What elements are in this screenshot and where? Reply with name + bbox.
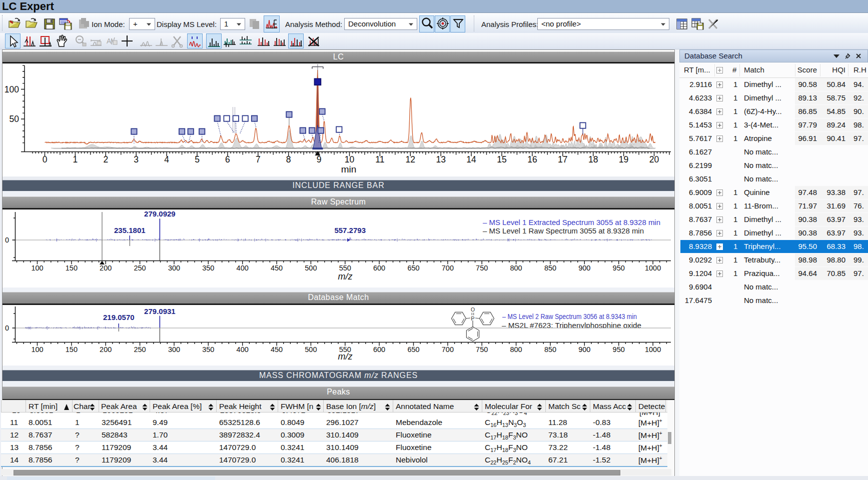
svg-text:900: 900	[578, 346, 590, 354]
svg-text:850: 850	[544, 346, 556, 354]
svg-text:450: 450	[271, 346, 283, 354]
svg-text:A: A	[107, 37, 112, 45]
svg-text:550: 550	[339, 264, 351, 272]
svg-text:800: 800	[510, 346, 522, 354]
svg-text:– MS Level 2 Raw Spectrum 3056: – MS Level 2 Raw Spectrum 3056 at 8.9343…	[502, 312, 637, 320]
svg-text:17: 17	[558, 154, 567, 164]
svg-text:100: 100	[31, 346, 43, 354]
svg-text:279.0931: 279.0931	[144, 307, 176, 316]
svg-text:0: 0	[5, 324, 9, 332]
svg-text:350: 350	[202, 346, 214, 354]
svg-text:5: 5	[195, 154, 200, 164]
svg-text:1000: 1000	[645, 264, 661, 272]
svg-text:100: 100	[31, 264, 43, 272]
svg-text:150: 150	[66, 264, 78, 272]
svg-text:650: 650	[407, 264, 419, 272]
svg-text:6: 6	[225, 154, 230, 164]
svg-text:P: P	[471, 316, 474, 322]
svg-text:250: 250	[134, 264, 146, 272]
svg-text:750: 750	[476, 346, 488, 354]
svg-text:400: 400	[237, 346, 249, 354]
svg-text:1000: 1000	[645, 346, 661, 354]
svg-text:650: 650	[407, 346, 419, 354]
svg-text:13: 13	[436, 154, 445, 164]
svg-text:235.1801: 235.1801	[114, 226, 146, 234]
svg-text:O: O	[471, 306, 475, 312]
svg-text:16: 16	[527, 154, 537, 164]
svg-text:850: 850	[544, 264, 556, 272]
svg-text:10: 10	[345, 154, 355, 164]
svg-text:7: 7	[256, 154, 261, 164]
svg-text:500: 500	[305, 346, 317, 354]
svg-text:450: 450	[271, 264, 283, 272]
svg-text:– MS Level 1 Raw Spectrum 3055: – MS Level 1 Raw Spectrum 3055 at 8.9328…	[483, 227, 644, 235]
svg-text:12: 12	[406, 154, 415, 164]
svg-text:279.0929: 279.0929	[144, 210, 176, 218]
svg-text:700: 700	[442, 346, 454, 354]
svg-text:400: 400	[237, 264, 249, 272]
svg-text:19: 19	[619, 154, 628, 164]
svg-text:200: 200	[100, 346, 112, 354]
svg-text:350: 350	[202, 264, 214, 272]
svg-text:219.0570: 219.0570	[103, 313, 135, 322]
svg-text:900: 900	[578, 264, 590, 272]
svg-text:2: 2	[103, 154, 108, 164]
svg-text:500: 500	[305, 264, 317, 272]
svg-text:– MS Level 1 Extracted Spectru: – MS Level 1 Extracted Spectrum 3055 at …	[483, 218, 660, 226]
svg-text:3: 3	[134, 154, 139, 164]
svg-text:m/z: m/z	[338, 272, 353, 282]
svg-text:1: 1	[73, 154, 78, 164]
svg-text:50: 50	[10, 114, 20, 124]
svg-text:4: 4	[164, 154, 169, 164]
svg-text:750: 750	[476, 264, 488, 272]
svg-text:14: 14	[466, 154, 476, 164]
svg-text:300: 300	[168, 264, 180, 272]
svg-text:18: 18	[588, 154, 598, 164]
svg-text:557.2793: 557.2793	[334, 226, 366, 234]
svg-text:600: 600	[373, 346, 385, 354]
svg-text:700: 700	[442, 264, 454, 272]
svg-text:11: 11	[375, 154, 384, 164]
svg-text:600: 600	[373, 264, 385, 272]
svg-text:800: 800	[510, 264, 522, 272]
svg-text:15: 15	[497, 154, 506, 164]
svg-text:m/z: m/z	[338, 352, 353, 362]
svg-text:950: 950	[613, 264, 625, 272]
svg-text:200: 200	[100, 264, 112, 272]
svg-text:150: 150	[66, 346, 78, 354]
svg-text:950: 950	[613, 346, 625, 354]
svg-text:100: 100	[5, 84, 19, 94]
svg-text:300: 300	[168, 346, 180, 354]
svg-text:0: 0	[5, 236, 9, 244]
svg-text:min: min	[341, 164, 357, 174]
svg-text:250: 250	[134, 346, 146, 354]
svg-text:0: 0	[43, 154, 48, 164]
svg-text:8: 8	[286, 154, 291, 164]
svg-text:9: 9	[317, 154, 322, 164]
svg-text:20: 20	[649, 154, 659, 164]
